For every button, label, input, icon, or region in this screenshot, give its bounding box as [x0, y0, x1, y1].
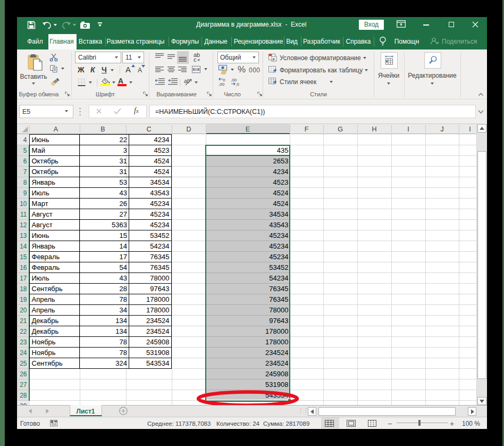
svg-text:,0: ,0: [236, 82, 239, 87]
svg-text:c: c: [194, 56, 197, 63]
svg-text:≠: ≠: [273, 57, 275, 62]
svg-text:,00: ,00: [219, 82, 225, 87]
